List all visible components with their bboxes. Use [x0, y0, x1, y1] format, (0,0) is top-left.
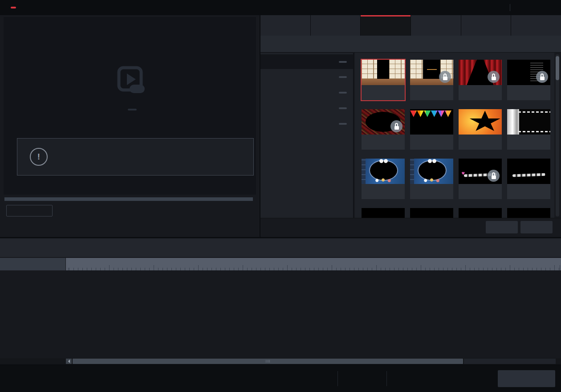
- redo-icon[interactable]: [24, 243, 33, 252]
- template-item[interactable]: [507, 109, 550, 150]
- category-seasonal[interactable]: [260, 100, 353, 116]
- open-project-icon[interactable]: [481, 243, 491, 253]
- category-title-subtitle[interactable]: [260, 116, 353, 131]
- category-animation[interactable]: [260, 69, 353, 85]
- delete-icon[interactable]: [49, 243, 58, 252]
- aspect-ratio-icon[interactable]: [226, 222, 235, 231]
- undo-icon[interactable]: [7, 243, 16, 252]
- output-settings-button[interactable]: [395, 374, 408, 383]
- lock-icon: [488, 71, 500, 83]
- volume-icon[interactable]: [244, 243, 253, 252]
- category-show-all[interactable]: [260, 54, 353, 69]
- category-count-badge: [339, 76, 347, 78]
- scrollbar-thumb[interactable]: [556, 56, 559, 80]
- stop-button[interactable]: [113, 210, 124, 222]
- seek-bar[interactable]: [4, 197, 253, 201]
- template-item[interactable]: [410, 109, 453, 150]
- new-project-icon[interactable]: [460, 243, 469, 252]
- template-item[interactable]: [459, 109, 502, 150]
- export-project-icon[interactable]: [545, 243, 554, 252]
- category-count-badge: [339, 123, 347, 125]
- maximize-button[interactable]: [534, 4, 541, 11]
- tab-transition[interactable]: [511, 15, 561, 36]
- template-name: [459, 184, 502, 199]
- insert-image-before-icon[interactable]: [189, 243, 198, 252]
- template-scrollbar[interactable]: [556, 54, 559, 216]
- folder-icon: [269, 89, 276, 96]
- template-item[interactable]: [410, 60, 453, 100]
- hscrollbar-thumb[interactable]: [73, 359, 463, 364]
- store-cart-icon[interactable]: [447, 4, 455, 12]
- tab-overlay-clip[interactable]: [411, 15, 461, 36]
- template-item[interactable]: [459, 159, 502, 199]
- template-thumbnail: [362, 109, 405, 135]
- timeline-area: [0, 257, 561, 364]
- template-item[interactable]: [362, 208, 405, 218]
- key-icon: [484, 4, 492, 12]
- adjustments-icon[interactable]: [137, 243, 146, 252]
- move-clip-icon[interactable]: [300, 243, 309, 252]
- preview-image-icon[interactable]: [317, 243, 326, 252]
- template-item[interactable]: [459, 208, 502, 218]
- titlebar: [0, 0, 561, 15]
- scroll-left-arrow[interactable]: [66, 359, 72, 364]
- settings-gear-icon[interactable]: [23, 4, 30, 11]
- template-thumbnail: [507, 60, 550, 85]
- template-item[interactable]: [507, 159, 550, 199]
- crop-icon[interactable]: [154, 243, 163, 252]
- encode-button[interactable]: [498, 370, 555, 387]
- minimize-button[interactable]: [519, 4, 525, 11]
- media-panel: [260, 15, 561, 237]
- template-item[interactable]: [459, 60, 502, 100]
- snapshot-camera-icon[interactable]: [208, 222, 217, 231]
- previous-frame-button[interactable]: [131, 210, 142, 222]
- zoom-out-icon[interactable]: [26, 261, 33, 268]
- license-link[interactable]: [481, 4, 492, 12]
- change-folder-button[interactable]: [284, 374, 297, 383]
- logo-pro-pill: [128, 109, 137, 110]
- template-thumbnail: [362, 208, 405, 218]
- project-toolbar: [460, 243, 554, 253]
- template-item[interactable]: [410, 208, 453, 218]
- template-item[interactable]: [410, 159, 453, 199]
- tab-text-image[interactable]: [311, 15, 361, 36]
- category-count-badge: [339, 107, 347, 109]
- template-item[interactable]: [507, 208, 550, 218]
- tab-media-source[interactable]: [260, 15, 310, 36]
- timeline-hscrollbar[interactable]: [0, 358, 561, 364]
- template-item[interactable]: [362, 60, 405, 100]
- template-name: [362, 184, 405, 199]
- timeline-ruler[interactable]: [66, 258, 561, 270]
- hscrollbar-track[interactable]: [464, 359, 556, 364]
- close-button[interactable]: [549, 4, 556, 11]
- cancel-button[interactable]: [520, 221, 553, 233]
- cut-selection-icon[interactable]: [102, 243, 110, 252]
- tab-template[interactable]: [361, 15, 411, 36]
- category-frame[interactable]: [260, 85, 353, 100]
- zoom-in-icon[interactable]: [8, 261, 15, 268]
- template-item[interactable]: [362, 159, 405, 199]
- template-thumbnail: [459, 60, 502, 85]
- template-item[interactable]: [362, 109, 405, 150]
- download-icon[interactable]: [464, 4, 472, 12]
- select-area-icon[interactable]: [84, 243, 93, 252]
- save-as-icon[interactable]: [524, 243, 533, 252]
- save-project-icon[interactable]: [503, 243, 512, 252]
- tab-filter[interactable]: [461, 15, 511, 36]
- insert-image-after-icon[interactable]: [207, 243, 215, 252]
- template-thumbnail: [459, 159, 502, 184]
- template-name: [362, 85, 405, 100]
- fit-timeline-icon[interactable]: [44, 261, 51, 268]
- mute-speaker-icon[interactable]: [244, 222, 252, 231]
- template-item[interactable]: [507, 60, 550, 100]
- next-frame-button[interactable]: [149, 210, 161, 222]
- lock-icon: [439, 71, 451, 83]
- timeline-tools: [0, 258, 65, 270]
- cut-icon[interactable]: [67, 243, 76, 252]
- volume-slider[interactable]: [6, 205, 53, 216]
- category-count-badge: [339, 92, 347, 94]
- play-button[interactable]: [94, 210, 106, 222]
- apply-button[interactable]: [486, 221, 518, 233]
- directory-button[interactable]: [346, 374, 359, 383]
- audio-cut-icon[interactable]: [261, 243, 270, 252]
